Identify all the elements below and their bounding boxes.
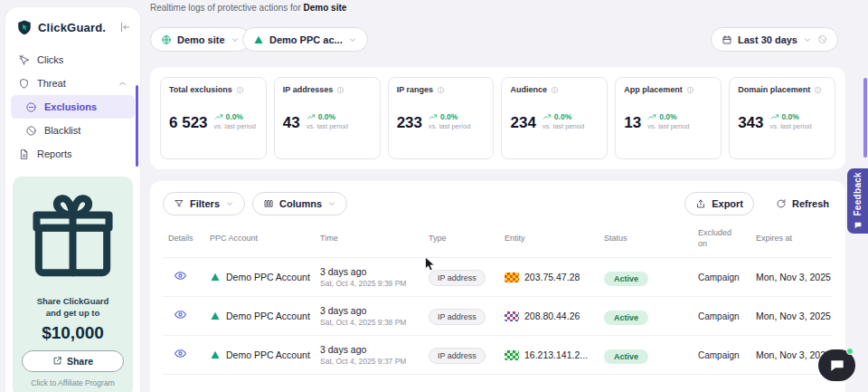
- info-icon[interactable]: [336, 86, 344, 94]
- status-badge: Active: [604, 272, 648, 286]
- site-filter-label: Demo site: [177, 34, 225, 45]
- status-badge: Active: [604, 349, 648, 364]
- chat-launcher-button[interactable]: [818, 349, 855, 381]
- stat-value: 343: [738, 115, 763, 130]
- trend-up-icon: [770, 112, 779, 121]
- time-absolute: Sat, Oct 4, 2025 9:38 PM: [320, 318, 423, 327]
- sidebar: ClickGuard. Clicks Threat: [5, 7, 140, 392]
- trend-up-icon: [214, 112, 223, 121]
- entity-value: 16.213.141.2...: [524, 349, 588, 360]
- stat-value: 233: [397, 115, 422, 130]
- clickguard-logo-icon: [16, 19, 33, 35]
- excluded-on-value: Campaign: [693, 350, 750, 360]
- globe-icon: [161, 34, 172, 45]
- share-icon: [52, 356, 62, 366]
- sidebar-item-reports[interactable]: Reports: [11, 142, 135, 166]
- status-badge: Active: [604, 311, 648, 325]
- sidebar-item-label: Reports: [37, 148, 72, 159]
- chevron-up-icon: [118, 79, 127, 89]
- promo-amount: $10,000: [22, 323, 124, 343]
- ppc-account-label: Demo PPC Account: [226, 311, 310, 321]
- clear-daterange-icon[interactable]: [817, 34, 827, 44]
- stat-label: Audience: [510, 85, 547, 94]
- sidebar-item-threat[interactable]: Threat: [11, 72, 135, 95]
- stat-delta-value: 0.0%: [226, 112, 243, 121]
- sidebar-nav: Clicks Threat Exclusions: [5, 44, 140, 166]
- filters-button[interactable]: Filters: [163, 192, 245, 215]
- col-header-type: Type: [423, 234, 499, 244]
- col-header-entity: Entity: [499, 234, 599, 244]
- table-row: Demo PPC Account 3 days ago Sat, Oct 4, …: [163, 297, 833, 336]
- col-header-expires-at: Expires at: [750, 234, 833, 244]
- google-ads-icon: [210, 272, 221, 282]
- info-icon[interactable]: [551, 86, 559, 94]
- sidebar-collapse-icon[interactable]: [118, 21, 131, 33]
- stat-period: vs. last period: [770, 122, 812, 130]
- page: ClickGuard. Clicks Threat: [0, 0, 868, 392]
- feedback-tab[interactable]: Feedback: [847, 168, 868, 234]
- info-icon[interactable]: [236, 86, 244, 94]
- sidebar-item-exclusions[interactable]: Exclusions: [11, 95, 135, 119]
- col-header-details: Details: [163, 234, 204, 244]
- stat-value: 43: [283, 115, 300, 130]
- stat-label: IP addresses: [283, 85, 333, 94]
- stat-delta-value: 0.0%: [554, 112, 571, 121]
- share-button[interactable]: Share: [22, 350, 124, 372]
- page-scrollbar-thumb[interactable]: [863, 78, 867, 158]
- sidebar-scrollbar-thumb[interactable]: [136, 85, 138, 167]
- clicks-icon: [18, 54, 30, 66]
- trend-up-icon: [429, 112, 438, 121]
- excluded-on-value: Campaign: [693, 272, 750, 282]
- stat-delta-value: 0.0%: [659, 112, 676, 121]
- stat-delta-value: 0.0%: [782, 112, 799, 121]
- time-absolute: Sat, Oct 4, 2025 9:37 PM: [320, 357, 423, 366]
- export-icon: [695, 198, 706, 209]
- expires-at-value: Mon, Nov 3, 2025: [750, 272, 833, 282]
- col-header-ppc-account: PPC Account: [204, 234, 315, 244]
- circle-minus-icon: [25, 101, 37, 113]
- ppc-account-filter-pill[interactable]: Demo PPC ac...: [242, 27, 368, 52]
- table-row: Demo PPC Account 3 days ago Sat, Oct 4, …: [163, 258, 833, 297]
- view-details-icon[interactable]: [174, 347, 187, 360]
- view-details-icon[interactable]: [174, 308, 187, 321]
- view-details-icon[interactable]: [174, 269, 187, 282]
- date-range-label: Last 30 days: [738, 34, 797, 45]
- info-icon[interactable]: [814, 86, 822, 94]
- feedback-tab-label: Feedback: [853, 172, 863, 216]
- chat-online-dot: [846, 348, 854, 355]
- ppc-account-label: Demo PPC Account: [226, 272, 310, 282]
- info-icon[interactable]: [437, 86, 445, 94]
- date-range-pill[interactable]: Last 30 days: [711, 27, 838, 52]
- sidebar-item-label: Threat: [37, 78, 66, 89]
- export-button[interactable]: Export: [684, 192, 754, 215]
- stat-card-domain-placement: Domain placement 343 0.0% vs. last perio…: [729, 77, 835, 159]
- refresh-button[interactable]: Refresh: [772, 192, 833, 215]
- sidebar-item-clicks[interactable]: Clicks: [11, 48, 135, 72]
- google-ads-icon: [210, 311, 221, 321]
- stat-value: 13: [624, 115, 641, 130]
- stat-label: App placement: [624, 85, 683, 94]
- site-filter-pill[interactable]: Demo site: [150, 27, 250, 52]
- time-relative: 3 days ago: [320, 266, 423, 277]
- chat-icon: [830, 359, 844, 372]
- stat-label: Domain placement: [738, 85, 810, 94]
- chevron-down-icon: [348, 35, 357, 44]
- time-absolute: Sat, Oct 4, 2025 9:39 PM: [320, 279, 423, 288]
- affiliate-link[interactable]: Click to Affiliate Program: [22, 378, 124, 387]
- time-relative: 3 days ago: [320, 305, 423, 316]
- excluded-on-value: Campaign: [693, 311, 750, 321]
- stat-value: 6 523: [169, 115, 208, 130]
- trend-up-icon: [647, 112, 656, 121]
- trend-up-icon: [307, 112, 316, 121]
- stat-period: vs. last period: [542, 122, 584, 130]
- share-button-label: Share: [67, 356, 93, 367]
- columns-button[interactable]: Columns: [252, 192, 347, 215]
- col-header-excluded-on: Excluded on: [693, 228, 740, 249]
- flag-icon: [505, 311, 519, 321]
- stat-value: 234: [510, 115, 535, 130]
- stat-period: vs. last period: [429, 122, 470, 130]
- trend-up-icon: [542, 112, 552, 121]
- info-icon[interactable]: [686, 86, 694, 94]
- table-header-row: Details PPC Account Time Type Entity Sta…: [163, 228, 833, 258]
- sidebar-item-blacklist[interactable]: Blacklist: [11, 119, 135, 142]
